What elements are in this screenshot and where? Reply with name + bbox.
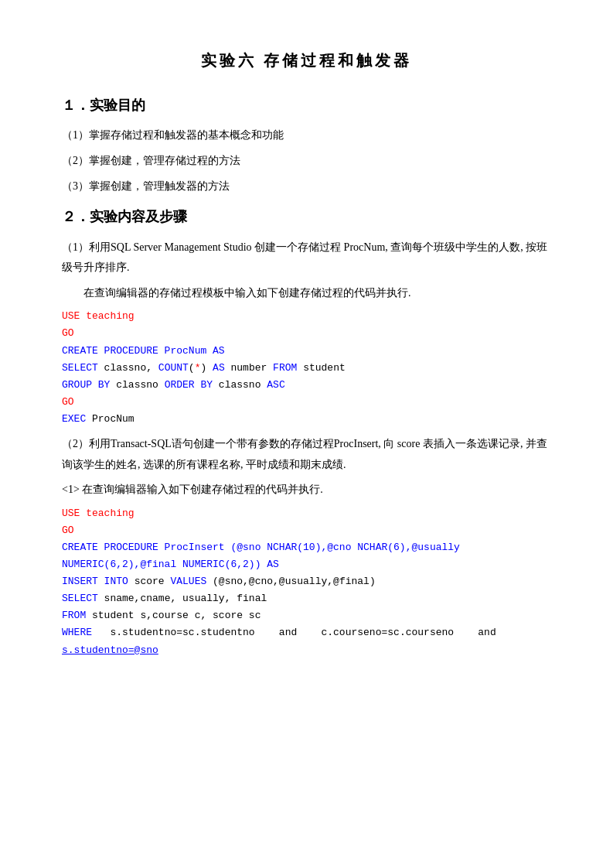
code-line-go1: GO: [62, 325, 551, 342]
section2: ２．实验内容及步骤 （1）利用SQL Server Management Stu…: [62, 204, 551, 658]
page-title: 实验六 存储过程和触发器: [62, 46, 551, 74]
code-line-groupby: GROUP BY classno ORDER BY classno ASC: [62, 377, 551, 394]
section1-item2: （2）掌握创建，管理存储过程的方法: [62, 151, 551, 172]
code2-select: SELECT sname,cname, usually, final: [62, 590, 551, 607]
code-line-create: CREATE PROCEDURE ProcNum AS: [62, 343, 551, 360]
code2-create: CREATE PROCEDURE ProcInsert (@sno NCHAR(…: [62, 539, 551, 556]
code2-go: GO: [62, 522, 551, 539]
code2-where: WHERE s.studentno=sc.studentno and c.cou…: [62, 624, 551, 641]
section1-item1: （1）掌握存储过程和触发器的基本概念和功能: [62, 125, 551, 146]
section2-heading: ２．实验内容及步骤: [62, 204, 551, 229]
code-block-1: USE teaching GO CREATE PROCEDURE ProcNum…: [62, 308, 551, 428]
task1-desc: （1）利用SQL Server Management Studio 创建一个存储…: [62, 238, 551, 279]
code2-sno: s.studentno=@sno: [62, 642, 551, 659]
task1-desc2: 在查询编辑器的存储过程模板中输入如下创建存储过程的代码并执行.: [62, 283, 551, 304]
code2-from: FROM student s,course c, score sc: [62, 607, 551, 624]
task2-desc2: <1> 在查询编辑器输入如下创建存储过程的代码并执行.: [62, 480, 551, 501]
task2: （2）利用Transact-SQL语句创建一个带有参数的存储过程ProcInse…: [62, 434, 551, 659]
code2-numeric: NUMERIC(6,2),@final NUMERIC(6,2)) AS: [62, 556, 551, 573]
code-block-2: USE teaching GO CREATE PROCEDURE ProcIns…: [62, 505, 551, 659]
code-line-exec: EXEC ProcNum: [62, 411, 551, 428]
code-line-go2: GO: [62, 394, 551, 411]
section1: １．实验目的 （1）掌握存储过程和触发器的基本概念和功能 （2）掌握创建，管理存…: [62, 93, 551, 196]
section1-heading: １．实验目的: [62, 93, 551, 118]
page-container: 实验六 存储过程和触发器 １．实验目的 （1）掌握存储过程和触发器的基本概念和功…: [62, 46, 551, 659]
task2-desc: （2）利用Transact-SQL语句创建一个带有参数的存储过程ProcInse…: [62, 434, 551, 475]
code2-use: USE teaching: [62, 505, 551, 522]
task1: （1）利用SQL Server Management Studio 创建一个存储…: [62, 238, 551, 428]
section1-item3: （3）掌握创建，管理触发器的方法: [62, 176, 551, 197]
code-line-select: SELECT classno, COUNT(*) AS number FROM …: [62, 360, 551, 377]
code-line-use1: USE teaching: [62, 308, 551, 325]
code2-insert: INSERT INTO score VALUES (@sno,@cno,@usu…: [62, 573, 551, 590]
